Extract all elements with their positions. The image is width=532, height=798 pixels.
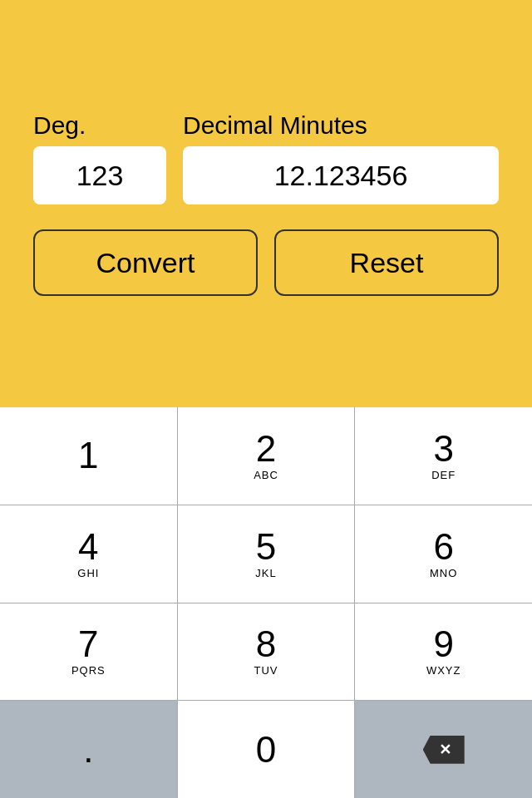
key-row-4: . 0 ✕: [0, 700, 532, 798]
key-delete[interactable]: ✕: [355, 701, 532, 798]
key-2[interactable]: 2 ABC: [178, 407, 356, 505]
key-5[interactable]: 5 JKL: [178, 505, 356, 603]
key-row-2: 4 GHI 5 JKL 6 MNO: [0, 505, 532, 603]
delete-icon: ✕: [423, 736, 465, 764]
key-row-1: 1 2 ABC 3 DEF: [0, 407, 532, 505]
deg-input[interactable]: [33, 146, 166, 204]
key-0[interactable]: 0: [178, 701, 356, 798]
key-6[interactable]: 6 MNO: [355, 505, 532, 603]
key-8[interactable]: 8 TUV: [178, 603, 356, 701]
input-row: Deg. Decimal Minutes: [33, 111, 499, 204]
key-dot[interactable]: .: [0, 701, 178, 798]
key-7[interactable]: 7 PQRS: [0, 603, 178, 701]
reset-button[interactable]: Reset: [274, 229, 499, 296]
deg-field-group: Deg.: [33, 111, 166, 204]
decimal-field-group: Decimal Minutes: [183, 111, 499, 204]
key-3[interactable]: 3 DEF: [355, 407, 532, 505]
button-row: Convert Reset: [33, 229, 499, 296]
keyboard: 1 2 ABC 3 DEF 4 GHI 5 JKL 6 MNO 7 PQRS: [0, 407, 532, 798]
deg-label: Deg.: [33, 111, 86, 140]
convert-button[interactable]: Convert: [33, 229, 258, 296]
key-9[interactable]: 9 WXYZ: [355, 603, 532, 701]
key-1[interactable]: 1: [0, 407, 178, 505]
decimal-label: Decimal Minutes: [183, 111, 367, 140]
key-row-3: 7 PQRS 8 TUV 9 WXYZ: [0, 603, 532, 701]
key-4[interactable]: 4 GHI: [0, 505, 178, 603]
top-section: Deg. Decimal Minutes Convert Reset: [0, 0, 532, 407]
decimal-input[interactable]: [183, 146, 499, 204]
